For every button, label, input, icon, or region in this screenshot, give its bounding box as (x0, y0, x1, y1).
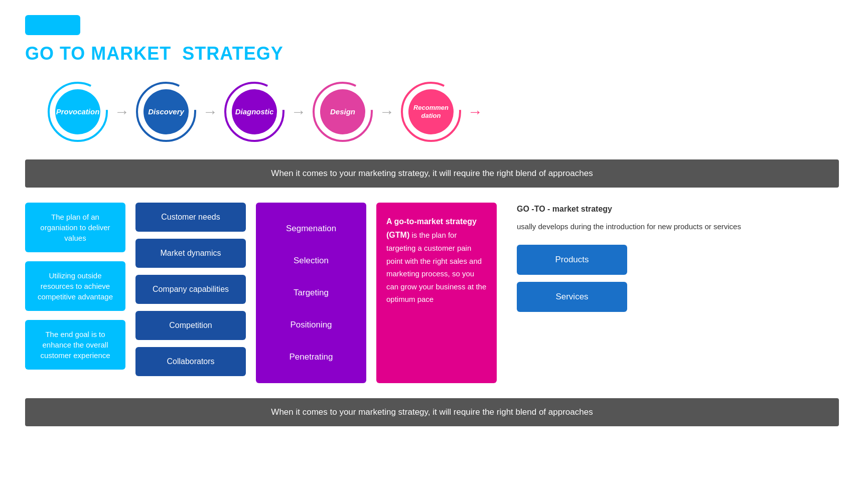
arrow-2: → (203, 103, 218, 120)
purple-positioning: Positioning (256, 313, 366, 337)
design-label: Design (320, 89, 365, 134)
design-circle: Design (310, 79, 375, 144)
col-pink: A go-to-market strategy (GTM) is the pla… (376, 203, 497, 383)
gtm-title: GO -TO - market strategy (517, 203, 839, 216)
gtm-text-block: GO -TO - market strategy usally develops… (517, 203, 839, 238)
discovery-circle: Discovery (133, 79, 199, 144)
arrow-3: → (291, 103, 306, 120)
col-right: GO -TO - market strategy usally develops… (507, 203, 839, 312)
purple-segmenation: Segmenation (256, 217, 366, 241)
diagnostic-circle: Diagnostic (222, 79, 287, 144)
title-highlight: STRATEGY (182, 43, 283, 64)
diagnostic-label: Diagnostic (232, 89, 277, 134)
logo-bar (25, 15, 80, 35)
step-provocation: Provocation (45, 79, 110, 144)
top-banner: When it comes to your marketing strategy… (25, 159, 839, 188)
btn-market-dynamics[interactable]: Market dynamics (135, 239, 246, 268)
footer-banner: When it comes to your marketing strategy… (25, 398, 839, 426)
content-grid: The plan of an organiation to deliver va… (25, 203, 839, 383)
pink-description: A go-to-market strategy (GTM) is the pla… (386, 215, 487, 306)
provocation-label: Provocation (55, 89, 100, 134)
arrow-4: → (379, 103, 394, 120)
discovery-label: Discovery (143, 89, 189, 134)
process-row: Provocation → Discovery → Diagnostic → (25, 79, 839, 144)
services-button[interactable]: Services (517, 282, 627, 312)
purple-targeting: Targeting (256, 281, 366, 305)
step-diagnostic: Diagnostic (222, 79, 287, 144)
purple-selection: Selection (256, 249, 366, 273)
btn-customer-needs[interactable]: Customer needs (135, 203, 246, 232)
step-discovery: Discovery (133, 79, 199, 144)
col-purple: Segmenation Selection Targeting Position… (256, 203, 366, 383)
recommendation-circle: Recommen dation (398, 79, 464, 144)
cyan-box-2: Utilizing outside resources to achieve c… (25, 261, 125, 311)
step-recommendation: Recommen dation (398, 79, 464, 144)
step-design: Design (310, 79, 375, 144)
btn-company-capabilities[interactable]: Company capabilities (135, 275, 246, 304)
provocation-circle: Provocation (45, 79, 110, 144)
cyan-box-1: The plan of an organiation to deliver va… (25, 203, 125, 252)
page-title: GO TO MARKET STRATEGY (25, 43, 839, 64)
col-cyan: The plan of an organiation to deliver va… (25, 203, 125, 370)
title-main: GO TO MARKET (25, 43, 171, 64)
purple-penetrating: Penetrating (256, 345, 366, 369)
recommendation-label: Recommen dation (408, 89, 454, 134)
arrow-1: → (114, 103, 129, 120)
products-button[interactable]: Products (517, 245, 627, 275)
col-blue: Customer needs Market dynamics Company c… (135, 203, 246, 376)
btn-collaborators[interactable]: Collaborators (135, 347, 246, 376)
btn-competition[interactable]: Competition (135, 311, 246, 340)
gtm-desc: usally develops during the introduction … (517, 221, 839, 233)
cyan-box-3: The end goal is to enhance the overall c… (25, 320, 125, 370)
arrow-5: → (468, 103, 483, 120)
